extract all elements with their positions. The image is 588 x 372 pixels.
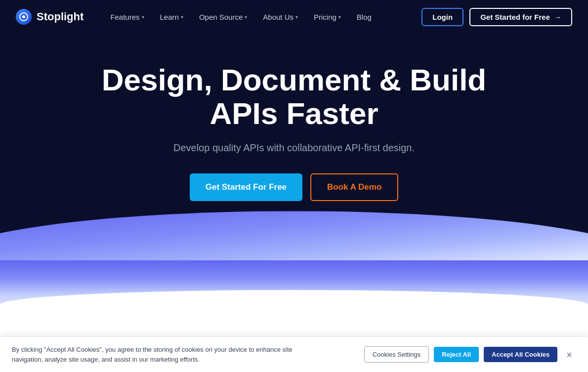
chevron-down-icon: ▾: [245, 14, 247, 20]
reject-all-button[interactable]: Reject All: [434, 347, 479, 362]
book-demo-button[interactable]: Book A Demo: [310, 173, 398, 201]
logo-icon: [16, 9, 32, 25]
brand-logo[interactable]: Stoplight: [16, 9, 84, 25]
chevron-down-icon: ▾: [338, 14, 341, 20]
hero-section: Design, Document & Build APIs Faster Dev…: [0, 34, 588, 260]
login-button[interactable]: Login: [421, 8, 463, 26]
brand-name: Stoplight: [37, 10, 84, 23]
navbar: Stoplight Features ▾ Learn ▾ Open Source…: [0, 0, 588, 34]
nav-actions: Login Get Started for Free →: [421, 8, 572, 26]
cookie-close-button[interactable]: ×: [562, 348, 576, 362]
hero-title: Design, Document & Build APIs Faster: [96, 63, 492, 130]
chevron-down-icon: ▾: [142, 14, 144, 20]
nav-learn[interactable]: Learn ▾: [153, 9, 190, 25]
hero-subtitle: Develop quality APIs with collaborative …: [146, 142, 442, 154]
chevron-down-icon: ▾: [295, 14, 298, 20]
wave-separator: [0, 260, 588, 320]
cookie-banner: By clicking "Accept All Cookies", you ag…: [0, 336, 588, 372]
get-started-button[interactable]: Get Started For Free: [190, 173, 302, 201]
hero-cta-group: Get Started For Free Book A Demo: [10, 173, 578, 201]
get-started-nav-button[interactable]: Get Started for Free →: [469, 8, 572, 26]
cookies-settings-button[interactable]: Cookies Settings: [364, 346, 429, 363]
cookie-text: By clicking "Accept All Cookies", you ag…: [12, 345, 308, 364]
nav-blog[interactable]: Blog: [350, 9, 378, 25]
accept-all-button[interactable]: Accept All Cookies: [484, 347, 557, 362]
chevron-down-icon: ▾: [181, 14, 183, 20]
nav-open-source[interactable]: Open Source ▾: [192, 9, 254, 25]
nav-pricing[interactable]: Pricing ▾: [307, 9, 348, 25]
nav-about-us[interactable]: About Us ▾: [256, 9, 305, 25]
nav-links: Features ▾ Learn ▾ Open Source ▾ About U…: [103, 9, 421, 25]
svg-point-1: [22, 15, 25, 18]
cookie-actions: Cookies Settings Reject All Accept All C…: [364, 346, 576, 363]
nav-features[interactable]: Features ▾: [103, 9, 151, 25]
